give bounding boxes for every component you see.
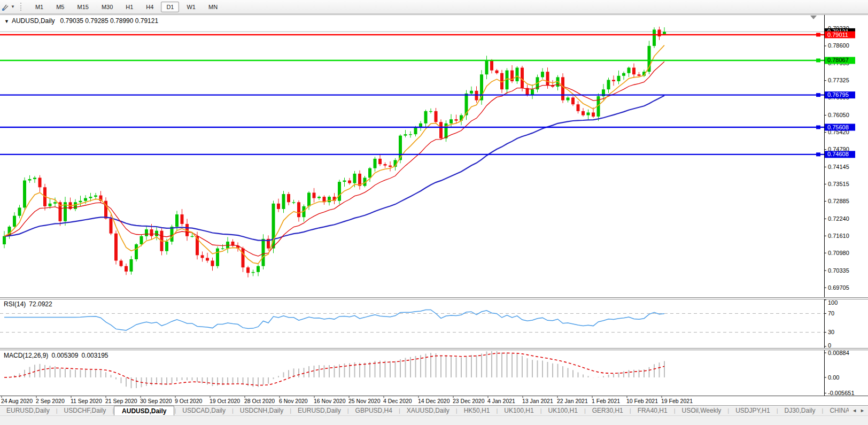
chart-symbol-label: AUDUSD,Daily <box>12 17 55 25</box>
svg-text:30: 30 <box>828 329 834 335</box>
svg-text:100: 100 <box>828 299 838 306</box>
svg-text:4 Dec 2020: 4 Dec 2020 <box>383 398 412 404</box>
svg-text:25 Nov 2020: 25 Nov 2020 <box>348 398 381 404</box>
chart-tabs-bar: EURUSD,Daily|USDCHF,Daily|AUDUSD,Daily|U… <box>0 405 868 415</box>
rsi-indicator-label: RSI(14)72.0922 <box>4 300 56 308</box>
status-bar <box>0 415 868 425</box>
period-button-mn[interactable]: MN <box>203 2 223 12</box>
chart-tabs: EURUSD,Daily|USDCHF,Daily|AUDUSD,Daily|U… <box>0 406 849 415</box>
period-button-m5[interactable]: M5 <box>51 2 69 12</box>
svg-text:0.00: 0.00 <box>828 374 839 381</box>
svg-text:0.76795: 0.76795 <box>827 91 849 98</box>
svg-text:13 Jan 2021: 13 Jan 2021 <box>522 398 553 404</box>
svg-text:0.78600: 0.78600 <box>828 42 849 49</box>
svg-text:28 Oct 2020: 28 Oct 2020 <box>244 398 275 404</box>
chart-ohlc-values: 0.79035 0.79285 0.78990 0.79121 <box>60 17 159 25</box>
chart-tab-usdcad-daily[interactable]: USDCAD,Daily <box>176 406 232 415</box>
svg-text:0.75608: 0.75608 <box>827 124 849 130</box>
svg-text:0.71610: 0.71610 <box>828 233 849 239</box>
chart-tab-audusd-daily[interactable]: AUDUSD,Daily <box>114 406 174 415</box>
chart-tab-uk100-h1[interactable]: UK100,H1 <box>498 406 540 415</box>
chart-tab-usoil-weekly[interactable]: USOil,Weekly <box>676 406 728 415</box>
svg-text:0.72885: 0.72885 <box>828 198 849 204</box>
level-line-handle[interactable] <box>816 126 820 129</box>
chart-tab-xauusd-daily[interactable]: XAUUSD,Daily <box>400 406 456 415</box>
svg-text:24 Aug 2020: 24 Aug 2020 <box>1 398 33 404</box>
toolbar-grip[interactable] <box>20 3 24 11</box>
svg-text:4 Jan 2021: 4 Jan 2021 <box>487 398 515 404</box>
period-button-m30[interactable]: M30 <box>96 2 118 12</box>
svg-text:9 Oct 2020: 9 Oct 2020 <box>175 398 203 404</box>
chart-tab-hk50-h1[interactable]: HK50,H1 <box>458 406 497 415</box>
svg-text:0.76050: 0.76050 <box>828 112 849 118</box>
svg-text:0.79011: 0.79011 <box>827 32 848 38</box>
chart-tab-usdchf-daily[interactable]: USDCHF,Daily <box>58 406 113 415</box>
svg-text:6 Nov 2020: 6 Nov 2020 <box>279 398 308 404</box>
period-button-m15[interactable]: M15 <box>72 2 94 12</box>
tool-dropdown-caret-icon[interactable]: ▼ <box>11 4 15 9</box>
period-button-h4[interactable]: H4 <box>141 2 159 12</box>
svg-text:1 Feb 2021: 1 Feb 2021 <box>592 398 620 404</box>
svg-text:22 Jan 2021: 22 Jan 2021 <box>557 398 588 404</box>
svg-text:0.69705: 0.69705 <box>828 284 849 291</box>
rsi-panel-chart[interactable]: 10070300 <box>0 299 868 348</box>
time-axis[interactable]: 24 Aug 20202 Sep 202011 Sep 202021 Sep 2… <box>0 396 868 405</box>
chart-tab-gbpusd-h4[interactable]: GBPUSD,H4 <box>349 406 399 415</box>
period-button-h1[interactable]: H1 <box>120 2 138 12</box>
period-button-w1[interactable]: W1 <box>181 2 201 12</box>
chart-shift-marker-icon[interactable] <box>810 16 817 19</box>
timeframe-buttons: M1M5M15M30H1H4D1W1MN <box>29 2 224 12</box>
svg-text:0.00884: 0.00884 <box>828 350 849 356</box>
top-toolbar: ▼ M1M5M15M30H1H4D1W1MN <box>0 0 868 14</box>
svg-text:2 Sep 2020: 2 Sep 2020 <box>36 398 65 404</box>
period-button-d1[interactable]: D1 <box>161 2 179 12</box>
svg-text:30 Sep 2020: 30 Sep 2020 <box>140 398 172 404</box>
chart-tab-ger30-h1[interactable]: GER30,H1 <box>586 406 630 415</box>
tabs-scroll-left-icon[interactable]: ◄ <box>852 408 857 413</box>
macd-panel-chart[interactable]: 0.008840.00-0.005651 <box>0 350 868 396</box>
chart-tab-eurusd-daily[interactable]: EURUSD,Daily <box>291 406 347 415</box>
chart-tab-usdjpy-h1[interactable]: USDJPY,H1 <box>729 406 776 415</box>
candles <box>3 27 666 277</box>
svg-text:-0.005651: -0.005651 <box>828 390 855 396</box>
svg-text:23 Dec 2020: 23 Dec 2020 <box>453 398 485 404</box>
svg-text:0.77325: 0.77325 <box>828 77 849 83</box>
svg-text:0.74608: 0.74608 <box>827 151 849 157</box>
svg-text:70: 70 <box>828 310 834 316</box>
svg-text:0: 0 <box>828 342 831 349</box>
panel-separator[interactable] <box>0 297 868 299</box>
ma-mid-line <box>4 61 664 256</box>
svg-text:0.78067: 0.78067 <box>827 57 849 63</box>
chart-tab-fra40-h1[interactable]: FRA40,H1 <box>631 406 674 415</box>
svg-text:19 Oct 2020: 19 Oct 2020 <box>210 398 240 404</box>
level-line-handle[interactable] <box>816 93 820 97</box>
period-button-m1[interactable]: M1 <box>30 2 49 12</box>
chart-title: ▼AUDUSD,Daily0.79035 0.79285 0.78990 0.7… <box>4 17 158 25</box>
level-line-handle[interactable] <box>816 152 820 156</box>
main-price-chart[interactable]: 0.792300.786000.779550.773250.766950.760… <box>0 15 868 297</box>
tabs-scroll-right-icon[interactable]: ► <box>860 408 865 413</box>
rsi-line <box>4 310 664 330</box>
chart-cursor-tool-icon[interactable] <box>1 3 11 11</box>
svg-text:10 Feb 2021: 10 Feb 2021 <box>626 398 658 404</box>
svg-text:19 Feb 2021: 19 Feb 2021 <box>661 398 693 404</box>
panel-separator[interactable] <box>0 348 868 350</box>
level-line-handle[interactable] <box>816 58 820 62</box>
level-line-handle[interactable] <box>816 33 820 37</box>
chart-tab-china300-h1[interactable]: CHINA300,H1 <box>823 406 849 415</box>
svg-text:14 Dec 2020: 14 Dec 2020 <box>418 398 450 404</box>
chart-tab-eurusd-daily[interactable]: EURUSD,Daily <box>0 406 56 415</box>
svg-text:16 Nov 2020: 16 Nov 2020 <box>314 398 346 404</box>
svg-text:0.74145: 0.74145 <box>828 164 849 170</box>
svg-text:0.72240: 0.72240 <box>828 215 849 222</box>
svg-text:0.73515: 0.73515 <box>828 181 849 187</box>
ma-slow-line <box>4 96 664 241</box>
chart-tab-usdcnh-daily[interactable]: USDCNH,Daily <box>234 406 290 415</box>
svg-text:0.70980: 0.70980 <box>828 250 849 256</box>
svg-text:11 Sep 2020: 11 Sep 2020 <box>71 398 102 404</box>
indicator-collapse-icon[interactable]: ▼ <box>4 19 9 24</box>
macd-indicator-label: MACD(12,26,9)0.0053090.003195 <box>4 352 112 359</box>
svg-text:21 Sep 2020: 21 Sep 2020 <box>105 398 137 404</box>
chart-tab-uk100-h1[interactable]: UK100,H1 <box>542 406 584 415</box>
chart-tab-dj30-daily[interactable]: DJ30,Daily <box>778 406 822 415</box>
